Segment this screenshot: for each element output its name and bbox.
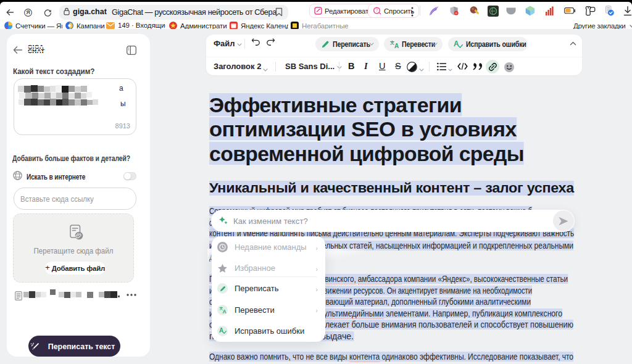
svg-text:Я: Я (26, 9, 30, 15)
svg-text:A: A (222, 308, 226, 313)
svg-text:?: ? (376, 8, 378, 12)
svg-text:A: A (219, 327, 223, 334)
